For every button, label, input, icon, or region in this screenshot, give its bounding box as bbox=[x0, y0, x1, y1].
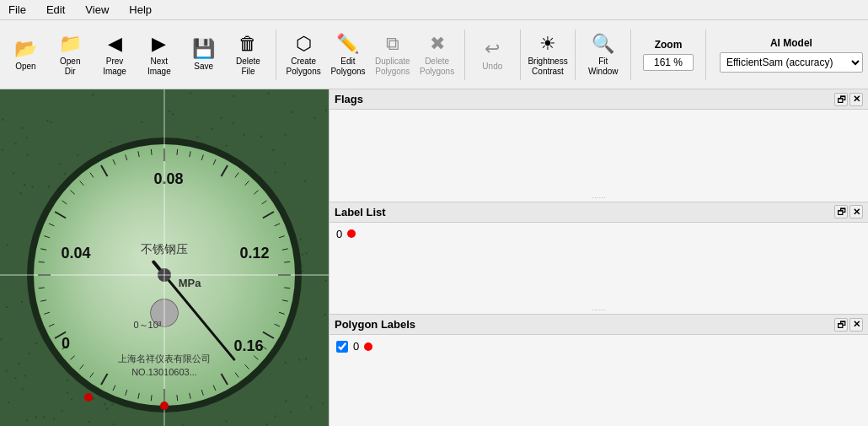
undo-icon: ↩ bbox=[485, 38, 500, 60]
create-polygons-icon: ⬡ bbox=[296, 33, 312, 55]
edit-polygons-button[interactable]: ✏️ EditPolygons bbox=[328, 25, 369, 84]
menu-view[interactable]: View bbox=[80, 2, 114, 18]
delete-file-button[interactable]: 🗑 DeleteFile bbox=[228, 25, 269, 84]
flags-panel-buttons: 🗗 ✕ bbox=[834, 93, 863, 106]
prev-image-button[interactable]: ◀ PrevImage bbox=[94, 25, 136, 84]
ai-model-select[interactable]: EfficientSam (accuracy) EfficientSam (sp… bbox=[720, 52, 863, 73]
delete-polygons-button: ✖ DeletePolygons bbox=[416, 25, 458, 84]
delete-polygons-label: DeletePolygons bbox=[420, 57, 454, 77]
menu-file[interactable]: File bbox=[3, 2, 31, 18]
label-list-panel-buttons: 🗗 ✕ bbox=[834, 205, 863, 218]
label-list-panel-header: Label List 🗗 ✕ bbox=[330, 202, 868, 223]
duplicate-polygons-button: ⧉ DuplicatePolygons bbox=[372, 25, 413, 84]
brightness-contrast-button[interactable]: ☀ BrightnessContrast bbox=[528, 25, 569, 84]
menu-bar: File Edit View Help bbox=[0, 0, 868, 20]
create-polygons-button[interactable]: ⬡ CreatePolygons bbox=[283, 25, 324, 84]
open-dir-icon: 📁 bbox=[59, 33, 82, 55]
polygon-label-dot bbox=[364, 342, 372, 351]
next-image-button[interactable]: ▶ NextImage bbox=[138, 25, 179, 84]
flags-panel: Flags 🗗 ✕ ...... bbox=[330, 89, 868, 202]
polygon-labels-panel: Polygon Labels 🗗 ✕ 0 bbox=[330, 315, 868, 426]
toolbar-divider-2 bbox=[464, 30, 465, 80]
flags-panel-divider: ...... bbox=[330, 189, 868, 202]
edit-polygons-label: EditPolygons bbox=[330, 57, 365, 77]
label-item-text: 0 bbox=[336, 228, 342, 240]
open-button[interactable]: 📂 Open bbox=[5, 25, 46, 84]
toolbar: 📂 Open 📁 OpenDir ◀ PrevImage ▶ NextImage… bbox=[0, 20, 868, 89]
flags-panel-title: Flags bbox=[335, 93, 363, 105]
zoom-section: Zoom bbox=[643, 39, 694, 71]
label-list-panel-title: Label List bbox=[335, 206, 386, 218]
open-icon: 📂 bbox=[14, 38, 37, 60]
polygon-labels-close-btn[interactable]: ✕ bbox=[849, 318, 863, 332]
toolbar-divider-6 bbox=[705, 30, 706, 80]
next-image-label: NextImage bbox=[147, 57, 171, 77]
delete-file-label: DeleteFile bbox=[236, 57, 260, 77]
delete-file-icon: 🗑 bbox=[238, 33, 257, 55]
open-label: Open bbox=[15, 62, 35, 72]
toolbar-divider-1 bbox=[276, 30, 276, 80]
flags-panel-header: Flags 🗗 ✕ bbox=[330, 89, 868, 110]
prev-image-label: PrevImage bbox=[103, 57, 126, 77]
polygon-labels-panel-body: 0 bbox=[330, 335, 868, 426]
zoom-input[interactable] bbox=[643, 54, 694, 71]
toolbar-divider-5 bbox=[630, 30, 631, 80]
main-area: Flags 🗗 ✕ ...... Label List 🗗 ✕ 0 bbox=[0, 89, 868, 426]
delete-polygons-icon: ✖ bbox=[430, 33, 445, 55]
list-item: 0 bbox=[336, 338, 861, 354]
fit-window-icon: 🔍 bbox=[592, 33, 614, 55]
polygon-labels-panel-title: Polygon Labels bbox=[335, 318, 415, 331]
label-item-dot bbox=[347, 229, 356, 238]
menu-edit[interactable]: Edit bbox=[41, 2, 70, 18]
flags-panel-body bbox=[330, 110, 868, 189]
right-panel: Flags 🗗 ✕ ...... Label List 🗗 ✕ 0 bbox=[329, 89, 868, 426]
label-list-panel-divider: ...... bbox=[330, 301, 868, 314]
undo-label: Undo bbox=[482, 62, 502, 72]
duplicate-polygons-icon: ⧉ bbox=[386, 33, 399, 55]
polygon-labels-panel-buttons: 🗗 ✕ bbox=[834, 318, 863, 332]
open-dir-label: OpenDir bbox=[60, 57, 80, 77]
ai-model-section: AI Model EfficientSam (accuracy) Efficie… bbox=[720, 37, 863, 73]
save-button[interactable]: 💾 Save bbox=[183, 25, 224, 84]
fit-window-button[interactable]: 🔍 FitWindow bbox=[582, 25, 624, 84]
flags-panel-close-btn[interactable]: ✕ bbox=[849, 93, 863, 106]
zoom-label: Zoom bbox=[655, 39, 683, 51]
toolbar-divider-4 bbox=[575, 30, 576, 80]
save-icon: 💾 bbox=[192, 38, 215, 60]
next-image-icon: ▶ bbox=[152, 33, 166, 55]
fit-window-label: FitWindow bbox=[588, 57, 619, 77]
prev-image-icon: ◀ bbox=[108, 33, 122, 55]
save-label: Save bbox=[194, 62, 213, 72]
label-list-panel: Label List 🗗 ✕ 0 ...... bbox=[330, 202, 868, 315]
list-item: 0 bbox=[336, 226, 861, 242]
edit-polygons-icon: ✏️ bbox=[336, 33, 359, 55]
brightness-contrast-icon: ☀ bbox=[539, 33, 556, 55]
toolbar-divider-3 bbox=[520, 30, 521, 80]
menu-help[interactable]: Help bbox=[124, 2, 157, 18]
brightness-contrast-label: BrightnessContrast bbox=[528, 57, 567, 77]
polygon-label-text: 0 bbox=[353, 340, 359, 353]
image-canvas[interactable] bbox=[0, 89, 329, 426]
polygon-labels-panel-header: Polygon Labels 🗗 ✕ bbox=[330, 315, 868, 335]
label-list-panel-body: 0 bbox=[330, 223, 868, 302]
label-list-close-btn[interactable]: ✕ bbox=[849, 205, 863, 218]
canvas-area[interactable] bbox=[0, 89, 329, 426]
polygon-label-checkbox[interactable] bbox=[336, 341, 348, 353]
undo-button: ↩ Undo bbox=[472, 25, 513, 84]
label-list-restore-btn[interactable]: 🗗 bbox=[834, 205, 848, 218]
create-polygons-label: CreatePolygons bbox=[287, 57, 321, 77]
duplicate-polygons-label: DuplicatePolygons bbox=[375, 57, 410, 77]
ai-model-label: AI Model bbox=[770, 37, 812, 49]
flags-panel-restore-btn[interactable]: 🗗 bbox=[834, 93, 848, 106]
open-dir-button[interactable]: 📁 OpenDir bbox=[50, 25, 91, 84]
polygon-labels-restore-btn[interactable]: 🗗 bbox=[834, 318, 848, 332]
